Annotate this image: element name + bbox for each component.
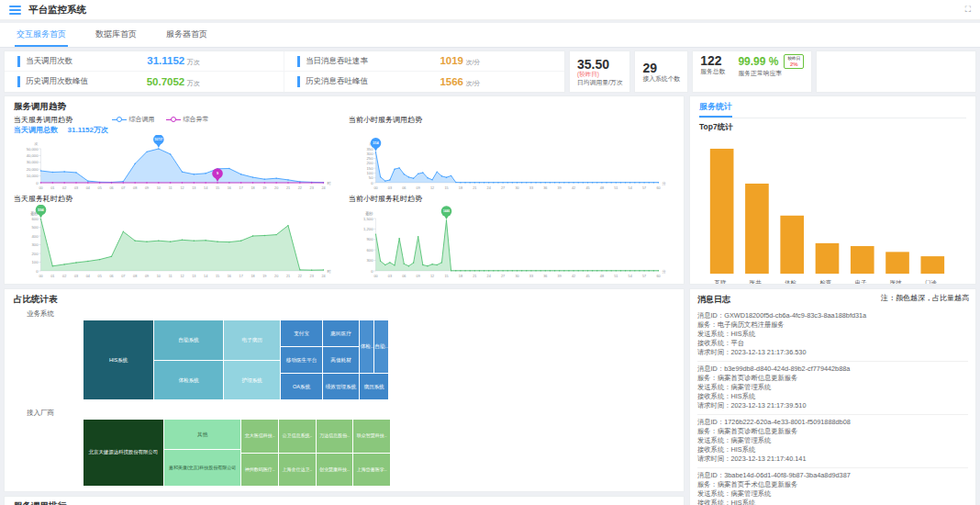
svg-text:1,500: 1,500 <box>363 217 373 221</box>
log-entry[interactable]: 消息ID：b3e99db8-d840-424d-89b2-cf779442b88… <box>697 362 968 415</box>
treemap-cell[interactable]: 自助.. <box>374 320 388 373</box>
dashboard-page: { "header": { "title": "平台监控系统" }, "tabs… <box>0 0 980 505</box>
svg-text:15: 15 <box>216 275 219 278</box>
treemap-cell[interactable]: 支付宝 <box>281 320 321 346</box>
svg-text:10,000: 10,000 <box>27 174 39 178</box>
svg-text:16: 16 <box>228 275 231 278</box>
treemap-cell[interactable]: 上海岱嘉医学.. <box>353 454 390 487</box>
svg-text:36: 36 <box>543 186 547 190</box>
treemap-business-systems: HIS系统 自助系统 体检系统 电子病历 护理系统 支付宝 移动医生平台 <box>84 320 388 399</box>
svg-text:05: 05 <box>98 186 102 190</box>
treemap-cell[interactable]: 绩效管理系统 <box>323 374 360 399</box>
svg-text:电子..: 电子.. <box>855 279 870 285</box>
legend-marker-icon <box>112 117 127 123</box>
log-entry[interactable]: 消息ID：GXWD18200f5d-cb6a-4fc9-83c3-8aa188b… <box>697 309 968 362</box>
treemap-cell[interactable]: 移动医生平台 <box>281 347 321 373</box>
tab-server-home[interactable]: 服务器首页 <box>164 23 209 47</box>
hamburger-menu-icon[interactable] <box>9 6 21 15</box>
treemap-cell[interactable]: 病历系统 <box>360 374 388 399</box>
svg-text:51: 51 <box>614 275 618 278</box>
treemap-cell[interactable]: OA系统 <box>281 374 321 399</box>
top7-bar-chart: 互联..医共..体检..检查..电子..医技..门诊.. <box>699 135 966 285</box>
svg-text:20,000: 20,000 <box>27 167 39 172</box>
log-entry[interactable]: 消息ID：1726b222-620a-4e33-8001-f5091888db0… <box>697 415 968 468</box>
svg-text:次: 次 <box>34 141 39 146</box>
tab-database-home[interactable]: 数据库首页 <box>94 23 139 47</box>
chart-daily-duration-cell: 当天服务耗时趋势 0100200300400500600毫秒0001020304… <box>14 194 340 282</box>
treemap-cell[interactable]: 联众智慧科技.. <box>353 420 390 453</box>
message-log-list: 消息ID：GXWD18200f5d-cb6a-4fc9-83c3-8aa188b… <box>697 309 968 505</box>
legend-marker-icon <box>166 117 181 123</box>
health-badge: 较昨日 2% <box>784 54 804 69</box>
log-field-time: 请求时间：2023-12-13 21:17:36.530 <box>697 348 968 357</box>
svg-text:时: 时 <box>328 181 332 185</box>
hour-calls-chart: 050100150200250300350次000306091215182124… <box>349 135 674 194</box>
treemap-cell[interactable]: 惠民医疗 <box>323 320 360 346</box>
svg-text:22: 22 <box>298 186 302 190</box>
treemap-cell[interactable]: 北大医信科技.. <box>241 420 278 453</box>
svg-text:体检..: 体检.. <box>785 279 799 285</box>
log-field-service: 服务：病案首页手术信息更新服务 <box>697 480 968 489</box>
treemap-cell[interactable]: 创业慧康科技.. <box>317 454 353 487</box>
health-rate-label: 服务正常响应率 <box>738 69 804 77</box>
svg-text:00: 00 <box>39 275 42 278</box>
svg-text:18: 18 <box>459 186 462 190</box>
treemap-cell[interactable]: 北京天健源达科技股份有限公司 <box>84 420 163 486</box>
log-field-time: 请求时间：2023-12-13 21:17:39.510 <box>697 401 968 410</box>
cutoff-section: 服务调用排行 <box>4 496 685 505</box>
treemap-cell[interactable]: HIS系统 <box>84 320 153 399</box>
log-field-to: 接收系统：HIS系统 <box>697 392 968 401</box>
svg-text:24: 24 <box>321 186 325 190</box>
svg-text:09: 09 <box>145 275 149 278</box>
svg-text:594: 594 <box>38 208 44 212</box>
treemap-cell[interactable]: 高值耗材 <box>323 347 360 373</box>
svg-text:03: 03 <box>388 275 392 278</box>
fullscreen-icon[interactable]: ⛶ <box>965 5 971 15</box>
svg-text:08: 08 <box>133 275 137 278</box>
chart-hour-calls-cell: 当前小时服务调用趋势 050100150200250300350次0003060… <box>349 115 674 194</box>
legend-item-errors[interactable]: 综合异常 <box>166 115 209 124</box>
svg-text:30: 30 <box>515 275 518 278</box>
metrics-table: 当天调用次数 31.1152 万次 当日消息吞吐速率 1019 次/分 历史调用… <box>4 50 565 93</box>
chart-daily-calls-cell: 当天服务调用趋势 综合调用 综合异常 当天调用总数 31.1152万次 010,… <box>14 115 340 194</box>
svg-text:18: 18 <box>459 275 462 278</box>
svg-text:16: 16 <box>228 186 231 190</box>
treemap-cell[interactable]: 公卫信息系统.. <box>279 420 316 453</box>
treemap-cell[interactable]: 神州数码医疗.. <box>241 454 278 487</box>
svg-text:11: 11 <box>169 186 173 190</box>
treemap-cell[interactable]: 上海金仕达卫.. <box>279 454 316 487</box>
metric-label: 当天调用次数 <box>17 56 72 67</box>
treemap-cell[interactable]: 电子病历 <box>224 320 280 360</box>
cutoff-section-title: 服务调用排行 <box>14 500 66 505</box>
svg-text:21: 21 <box>286 275 290 278</box>
chart-hour-duration-title: 当前小时服务耗时趋势 <box>349 195 422 203</box>
svg-text:54: 54 <box>629 186 632 190</box>
treemap-cell[interactable]: 嘉和美康(北京)科技股份有限公司 <box>164 450 241 486</box>
svg-text:39: 39 <box>558 275 562 278</box>
treemap-cell[interactable]: 体检系统 <box>154 361 223 400</box>
services-count-value: 122 <box>700 54 725 67</box>
treemap-cell[interactable]: 其他 <box>164 420 241 449</box>
top-header: 平台监控系统 ⛶ <box>0 0 980 20</box>
treemap-cell[interactable]: 万达信息股份.. <box>317 420 353 453</box>
log-entry[interactable]: 消息ID：3babe14d-06d1-40f8-9b87-3ba4a8d9d38… <box>697 468 968 505</box>
health-rate-value: 99.99 % <box>738 55 778 68</box>
treemap-cell[interactable]: 护理系统 <box>224 361 280 400</box>
treemap-cell[interactable]: 自助系统 <box>154 320 223 360</box>
daily-total-value: 31.1152万次 <box>68 126 108 134</box>
svg-text:39: 39 <box>558 186 562 190</box>
svg-text:600: 600 <box>367 248 374 252</box>
svg-text:20: 20 <box>274 275 278 278</box>
treemap-cell[interactable]: 体检.. <box>360 320 373 373</box>
svg-text:60: 60 <box>656 186 660 190</box>
svg-text:分: 分 <box>663 181 667 185</box>
metric-value: 31.1152 <box>147 55 184 66</box>
tab-service-stats[interactable]: 服务统计 <box>699 101 732 118</box>
legend-item-calls[interactable]: 综合调用 <box>112 115 155 124</box>
tab-interaction-home[interactable]: 交互服务首页 <box>15 23 68 47</box>
metric-history-throughput-peak: 历史消息吞吐峰值 1566 次/分 <box>284 72 564 92</box>
svg-text:分: 分 <box>663 269 667 274</box>
stats-filler <box>816 50 976 93</box>
area-chart-svg: 0100200300400500600毫秒0001020304050607080… <box>14 205 340 280</box>
log-field-to: 接收系统：HIS系统 <box>697 445 968 454</box>
